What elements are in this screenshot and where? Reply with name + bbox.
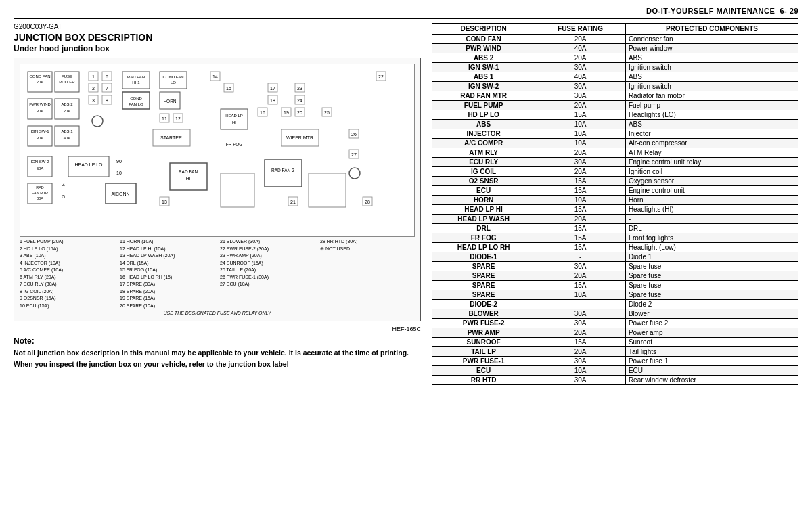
legend-item: 19 SPARE (15A) <box>120 295 215 302</box>
table-row: PWR AMP20APower amp <box>432 328 798 338</box>
cell-description: PWR AMP <box>432 328 535 338</box>
cell-protected: Spare fuse <box>625 262 798 271</box>
page-number: 6- 29 <box>780 7 798 15</box>
svg-text:RAD FAN-2: RAD FAN-2 <box>271 168 294 173</box>
diagram-legend: 1 FUEL PUMP (20A) 2 HD LP LO (15A) 3 ABS… <box>20 238 415 309</box>
cell-fuse-rating: 10A <box>535 196 626 205</box>
cell-protected: Headlight (Low) <box>625 243 798 252</box>
svg-text:12: 12 <box>175 116 181 121</box>
cell-fuse-rating: 30A <box>535 262 626 271</box>
svg-text:7: 7 <box>106 86 108 91</box>
cell-protected: ATM Relay <box>625 148 798 158</box>
svg-text:24: 24 <box>297 98 302 103</box>
table-row: SPARE20ASpare fuse <box>432 271 798 281</box>
cell-protected: Fuel pump <box>625 101 798 110</box>
svg-text:RAD FAN: RAD FAN <box>179 169 198 174</box>
legend-item: 26 PWR FUSE-1 (30A) <box>220 274 315 282</box>
fuse-table: DESCRIPTION FUSE RATING PROTECTED COMPON… <box>432 23 798 385</box>
cell-fuse-rating: 10A <box>535 120 626 129</box>
cell-description: ATM RLY <box>432 148 535 158</box>
svg-text:26: 26 <box>351 132 357 137</box>
legend-item: 9 O2SNSR (15A) <box>20 295 114 302</box>
table-row: A/C COMPR10AAir-con compressor <box>432 139 798 148</box>
svg-text:8: 8 <box>106 98 108 103</box>
table-row: IGN SW-230AIgnition switch <box>432 82 798 91</box>
diagram-note: USE THE DESIGNATED FUSE AND RELAY ONLY <box>20 311 415 315</box>
cell-fuse-rating: 15A <box>535 186 626 196</box>
legend-item: 17 SPARE (30A) <box>120 281 215 288</box>
cell-description: ABS <box>432 120 535 129</box>
table-row: BLOWER30ABlower <box>432 309 798 319</box>
legend-item: 10 ECU (15A) <box>20 302 114 310</box>
svg-text:HORN: HORN <box>163 99 176 104</box>
svg-text:COND FAN: COND FAN <box>162 75 183 79</box>
svg-point-49 <box>92 116 103 127</box>
cell-description: HEAD LP LO RH <box>432 243 535 252</box>
left-panel: G200C03Y-GAT JUNCTION BOX DESCRIPTION Un… <box>14 23 421 510</box>
note-section: Note: Not all junction box description i… <box>14 336 421 370</box>
cell-fuse-rating: 30A <box>535 309 626 319</box>
cell-protected: Power window <box>625 44 798 53</box>
svg-text:27: 27 <box>351 152 357 157</box>
svg-text:22: 22 <box>378 74 384 79</box>
svg-text:2: 2 <box>92 86 95 91</box>
table-row: DRL15ADRL <box>432 224 798 233</box>
cell-protected: Power fuse 1 <box>625 357 798 366</box>
cell-description: BLOWER <box>432 309 535 319</box>
svg-text:PWR WIND: PWR WIND <box>29 102 51 106</box>
cell-protected: ECU <box>625 366 798 376</box>
table-row: O2 SNSR15AOxygen sensor <box>432 177 798 186</box>
legend-item: 14 DRL (15A) <box>120 260 215 267</box>
cell-fuse-rating: 15A <box>535 110 626 120</box>
cell-fuse-rating: 10A <box>535 139 626 148</box>
legend-item: 12 HEAD LP HI (15A) <box>120 246 215 253</box>
cell-fuse-rating: 30A <box>535 91 626 101</box>
table-row: TAIL LP20ATail lights <box>432 347 798 357</box>
cell-description: FR FOG <box>432 233 535 243</box>
table-row: FUEL PUMP20AFuel pump <box>432 101 798 110</box>
cell-protected: Ignition switch <box>625 63 798 72</box>
fuse-diagram: COND FAN 20A FUSE PULLER 1 6 RAD FAN <box>14 58 421 321</box>
cell-description: HORN <box>432 196 535 205</box>
table-row: SPARE30ASpare fuse <box>432 262 798 271</box>
svg-text:HEAD LP: HEAD LP <box>225 114 243 118</box>
cell-description: SUNROOF <box>432 338 535 347</box>
cell-fuse-rating: 30A <box>535 158 626 167</box>
svg-rect-106 <box>221 173 254 207</box>
doc-ref: G200C03Y-GAT <box>14 23 421 30</box>
cell-protected: Power fuse 2 <box>625 319 798 328</box>
cell-fuse-rating: 15A <box>535 338 626 347</box>
table-row: ABS 140AABS <box>432 72 798 82</box>
legend-item: 2 HD LP LO (15A) <box>20 246 114 253</box>
cell-description: SPARE <box>432 281 535 290</box>
table-row: DIODE-1-Diode 1 <box>432 252 798 262</box>
cell-description: FUEL PUMP <box>432 101 535 110</box>
svg-text:STARTER: STARTER <box>160 135 182 140</box>
cell-fuse-rating: 20A <box>535 101 626 110</box>
svg-text:PULLER: PULLER <box>59 80 75 84</box>
cell-protected: Condenser fan <box>625 35 798 44</box>
cell-description: RR HTD <box>432 376 535 385</box>
cell-fuse-rating: 30A <box>535 63 626 72</box>
legend-item: 23 PWR AMP (20A) <box>220 252 315 260</box>
cell-fuse-rating: 15A <box>535 205 626 215</box>
table-row: ECU10AECU <box>432 366 798 376</box>
svg-text:18: 18 <box>270 98 275 103</box>
legend-item: 21 BLOWER (30A) <box>220 238 315 246</box>
cell-description: IGN SW-1 <box>432 63 535 72</box>
legend-item: 22 PWR FUSE-2 (30A) <box>220 246 315 253</box>
svg-text:20A: 20A <box>64 109 71 113</box>
legend-item: 6 ATM RLY (20A) <box>20 274 114 282</box>
table-row: IG COIL20AIgnition coil <box>432 167 798 177</box>
hef-ref: HEF-165C <box>14 325 421 332</box>
table-row: RR HTD30ARear window defroster <box>432 376 798 385</box>
table-row: INJECTOR10AInjector <box>432 129 798 139</box>
cell-fuse-rating: 10A <box>535 290 626 300</box>
legend-item: 15 FR FOG (15A) <box>120 267 215 274</box>
cell-fuse-rating: 40A <box>535 44 626 53</box>
svg-text:1: 1 <box>92 74 95 79</box>
legend-col-2: 11 HORN (10A) 12 HEAD LP HI (15A) 13 HEA… <box>120 238 215 309</box>
svg-text:23: 23 <box>297 86 302 91</box>
svg-text:RAD: RAD <box>36 185 44 189</box>
cell-description: ABS 1 <box>432 72 535 82</box>
